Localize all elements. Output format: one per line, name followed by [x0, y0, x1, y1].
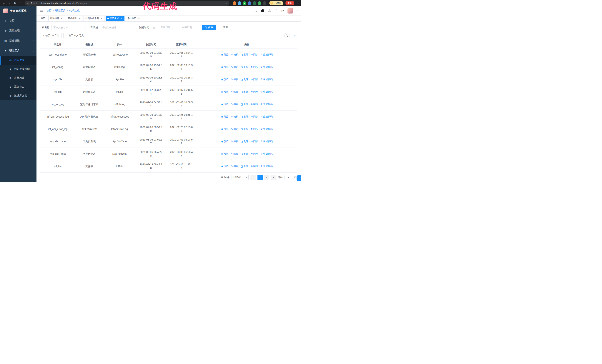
reload-icon[interactable]: ↻ [13, 1, 17, 6]
edit-link[interactable]: ✎编辑 [231, 53, 238, 56]
generate-code-link[interactable]: ↧生成代码 [261, 53, 273, 56]
sidebar-item-home[interactable]: ⌂首页 [0, 16, 36, 26]
sync-link[interactable]: ↻同步 [251, 102, 258, 106]
drop-extension-icon[interactable] [238, 1, 241, 5]
delete-link[interactable]: 删除 [241, 90, 248, 94]
preview-link[interactable]: ◉预览 [221, 127, 228, 131]
font-size-icon[interactable]: TT [281, 9, 284, 12]
sidebar-item-devtools[interactable]: ✦研发工具▴ [0, 46, 36, 56]
delete-link[interactable]: 删除 [241, 152, 248, 156]
prev-page-button[interactable]: ‹ [250, 175, 256, 180]
v-extension-icon[interactable]: V [243, 1, 246, 5]
generate-code-link[interactable]: ↧生成代码 [261, 78, 273, 81]
screen-extension-icon[interactable] [253, 1, 256, 5]
preview-link[interactable]: ◉预览 [221, 115, 228, 118]
tab-system-api[interactable]: 系统接口× [126, 16, 142, 21]
update-button[interactable]: 更新 [285, 1, 294, 5]
import-db-button[interactable]: ↥ 基于 DB 导入 [40, 33, 62, 38]
sync-link[interactable]: ↻同步 [251, 164, 258, 168]
sidebar-item-infra[interactable]: ▤基础设施▾ [0, 36, 36, 46]
tab-close-icon[interactable]: × [138, 17, 140, 20]
sync-link[interactable]: ↻同步 [251, 115, 258, 118]
paused-badge[interactable]: 已暂停 [269, 1, 283, 5]
sync-link[interactable]: ↻同步 [251, 140, 258, 143]
sidebar-subitem-db-doc[interactable]: ▩数据库文档 [0, 91, 36, 100]
sync-link[interactable]: ↻同步 [251, 65, 258, 69]
sidebar-subitem-form-builder[interactable]: ▦表单构建 [0, 73, 36, 82]
search-icon[interactable] [255, 10, 258, 12]
tab-home[interactable]: 首页 [39, 16, 47, 21]
preview-link[interactable]: ◉预览 [221, 78, 228, 81]
generate-code-link[interactable]: ↧生成代码 [261, 115, 273, 118]
toggle-search-button[interactable] [284, 33, 290, 38]
preview-link[interactable]: ◉预览 [221, 102, 228, 106]
page-button-1[interactable]: 1 [258, 175, 263, 180]
hamburger-icon[interactable] [40, 10, 43, 12]
tab-close-icon[interactable]: × [78, 17, 81, 20]
preview-link[interactable]: ◉预览 [221, 53, 228, 56]
generate-code-link[interactable]: ↧生成代码 [261, 102, 273, 106]
delete-link[interactable]: 删除 [241, 102, 248, 106]
generate-code-link[interactable]: ↧生成代码 [261, 90, 273, 94]
bookmark-star-icon[interactable]: ☆ [225, 2, 227, 5]
generate-code-link[interactable]: ↧生成代码 [261, 152, 273, 156]
backtop-button[interactable] [297, 175, 301, 181]
breadcrumb-item[interactable]: 首页 [46, 9, 52, 12]
edit-link[interactable]: ✎编辑 [231, 152, 238, 156]
leaf-extension-icon[interactable] [258, 1, 261, 5]
team-extension-icon[interactable] [248, 1, 251, 5]
edit-link[interactable]: ✎编辑 [231, 65, 238, 69]
puzzle-extension-icon[interactable] [263, 1, 266, 5]
tab-close-icon[interactable]: × [100, 17, 103, 20]
delete-link[interactable]: 删除 [241, 164, 248, 168]
sync-link[interactable]: ↻同步 [251, 53, 258, 56]
table-name-input[interactable] [51, 25, 86, 30]
sync-link[interactable]: ↻同步 [251, 127, 258, 131]
generate-code-link[interactable]: ↧生成代码 [261, 140, 273, 143]
help-icon[interactable]: ? [268, 9, 271, 12]
sidebar-subitem-codegen[interactable]: </>代码生成 [0, 56, 36, 65]
delete-link[interactable]: 删除 [241, 65, 248, 69]
github-icon[interactable] [261, 9, 264, 12]
address-bar[interactable]: ⚠ 不安全 dashboard.yudao.iocoder.cn /tool/c… [25, 1, 229, 6]
breadcrumb-item[interactable]: 研发工具 [55, 9, 65, 12]
browser-home-icon[interactable]: ⌂ [18, 1, 23, 6]
fox-extension-icon[interactable] [233, 1, 236, 5]
logo[interactable]: 芋道管理系统 [0, 6, 36, 16]
delete-link[interactable]: 删除 [241, 127, 248, 131]
edit-link[interactable]: ✎编辑 [231, 102, 238, 106]
delete-link[interactable]: 删除 [241, 115, 248, 118]
generate-code-link[interactable]: ↧生成代码 [261, 127, 273, 131]
fullscreen-icon[interactable] [275, 10, 277, 12]
tab-codegen[interactable]: 代码生成× [106, 16, 124, 21]
preview-link[interactable]: ◉预览 [221, 90, 228, 94]
caret-down-icon[interactable]: ▾ [297, 10, 298, 12]
date-range-picker[interactable]: ▦ 开始日期 - 结束日期 [151, 25, 198, 30]
sidebar-subitem-codegen-example[interactable]: ◈代码生成示例 [0, 65, 36, 73]
delete-link[interactable]: 删除 [241, 140, 248, 143]
page-size-select[interactable]: 10条/页 ▾ [232, 175, 248, 180]
delete-link[interactable]: 删除 [241, 53, 248, 56]
import-sql-button[interactable]: ↥ 基于 SQL 导入 [63, 33, 86, 38]
goto-page-input[interactable] [285, 175, 292, 180]
preview-link[interactable]: ◉预览 [221, 164, 228, 168]
tab-close-icon[interactable]: × [120, 17, 123, 20]
page-button-2[interactable]: 2 [264, 175, 269, 180]
back-icon[interactable]: ← [1, 1, 6, 6]
refresh-table-button[interactable]: ↻ [292, 33, 297, 38]
edit-link[interactable]: ✎编辑 [231, 78, 238, 81]
browser-menu-icon[interactable]: ⋮ [297, 2, 299, 5]
generate-code-link[interactable]: ↧生成代码 [261, 65, 273, 69]
forward-icon[interactable]: → [7, 1, 12, 6]
avatar[interactable] [288, 8, 293, 13]
generate-code-link[interactable]: ↧生成代码 [261, 164, 273, 168]
edit-link[interactable]: ✎编辑 [231, 115, 238, 118]
edit-link[interactable]: ✎编辑 [231, 90, 238, 94]
edit-link[interactable]: ✎编辑 [231, 127, 238, 131]
preview-link[interactable]: ◉预览 [221, 65, 228, 69]
search-button[interactable]: 搜索 [202, 25, 216, 30]
tab-tracer[interactable]: 链路追踪× [48, 16, 65, 21]
preview-link[interactable]: ◉预览 [221, 152, 228, 156]
tab-close-icon[interactable]: × [60, 17, 63, 20]
delete-link[interactable]: 删除 [241, 78, 248, 81]
